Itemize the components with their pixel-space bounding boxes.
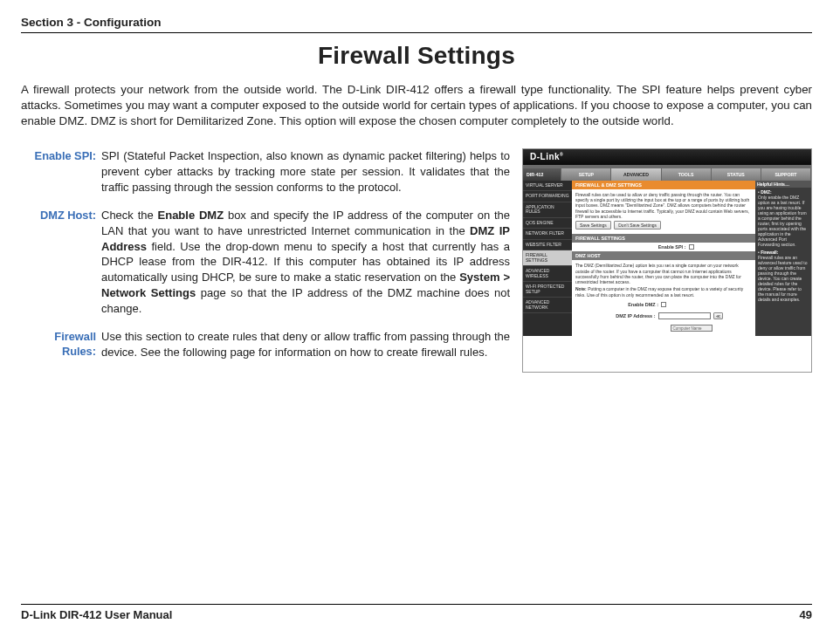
def-enable-spi: Enable SPI: SPI (Stateful Packet Inspect… xyxy=(21,148,510,195)
def-label-spi: Enable SPI: xyxy=(21,148,101,195)
def-body-spi: SPI (Stateful Packet Inspection, also kn… xyxy=(101,148,510,195)
def-label-dmz: DMZ Host: xyxy=(21,208,101,318)
tab-setup[interactable]: SETUP xyxy=(561,168,611,181)
panel-head-dmz-host: DMZ HOST xyxy=(572,251,755,260)
router-top-bar: D-Link® xyxy=(523,149,811,165)
copy-ip-button[interactable]: ≪ xyxy=(713,312,723,319)
side-port-forwarding[interactable]: PORT FORWARDING xyxy=(523,191,572,202)
header-bar: Section 3 - Configuration xyxy=(21,16,812,33)
footer-page-number: 49 xyxy=(800,608,812,621)
dont-save-button[interactable]: Don't Save Settings xyxy=(614,221,661,230)
dlink-logo: D-Link® xyxy=(530,152,563,161)
tab-status[interactable]: STATUS xyxy=(712,168,761,181)
label-dmz-ip: DMZ IP Address : xyxy=(603,313,656,319)
tab-tools[interactable]: TOOLS xyxy=(662,168,712,181)
def-body-dmz: Check the Enable DMZ box and specify the… xyxy=(101,208,510,318)
page-footer: D-Link DIR-412 User Manual 49 xyxy=(21,604,812,621)
side-advanced-network[interactable]: ADVANCED NETWORK xyxy=(523,298,572,313)
panel3-text: The DMZ (Demilitarized Zone) option lets… xyxy=(575,263,752,284)
dmz-b1: Enable DMZ xyxy=(158,209,224,222)
row-enable-dmz: Enable DMZ : xyxy=(572,300,755,309)
panel3-note: Note: Putting a computer in the DMZ may … xyxy=(575,286,752,298)
checkbox-enable-dmz[interactable] xyxy=(661,302,666,307)
panel-body-firewall-dmz: Firewall rules can be used to allow or d… xyxy=(572,189,755,235)
side-virtual-server[interactable]: VIRTUAL SERVER xyxy=(523,181,572,192)
panel-head-firewall-settings: FIREWALL SETTINGS xyxy=(572,234,755,243)
router-screenshot: D-Link® DIR-412 SETUP ADVANCED TOOLS STA… xyxy=(522,148,812,373)
def-label-rules: Firewall Rules: xyxy=(21,329,101,360)
side-wifi-protected[interactable]: WI-FI PROTECTED SETUP xyxy=(523,282,572,298)
panel-head-firewall-dmz: FIREWALL & DMZ SETTINGS xyxy=(572,181,755,189)
page-title: Firewall Settings xyxy=(21,42,812,70)
hint-firewall: • Firewall:Firewall rules are an advance… xyxy=(758,250,809,302)
row-enable-spi: Enable SPI : xyxy=(572,243,755,251)
router-sidebar: VIRTUAL SERVER PORT FORWARDING APPLICATI… xyxy=(523,181,572,336)
router-body: VIRTUAL SERVER PORT FORWARDING APPLICATI… xyxy=(523,181,811,336)
dmz-t1: Check the xyxy=(101,209,158,222)
dmz-t3: field. Use the drop-down menu to specify… xyxy=(101,240,510,284)
label-enable-spi: Enable SPI : xyxy=(634,244,686,250)
def-dmz-host: DMZ Host: Check the Enable DMZ box and s… xyxy=(21,208,510,318)
router-hints: Helpful Hints… • DMZ:Only enable the DMZ… xyxy=(755,181,811,336)
side-application-rules[interactable]: APPLICATION RULES xyxy=(523,202,572,218)
section-label: Section 3 - Configuration xyxy=(21,16,812,29)
definitions-column: Enable SPI: SPI (Stateful Packet Inspect… xyxy=(21,148,510,373)
hint-dmz: • DMZ:Only enable the DMZ option as a la… xyxy=(758,189,809,247)
tab-advanced[interactable]: ADVANCED xyxy=(611,168,661,181)
panel1-text: Firewall rules can be used to allow or d… xyxy=(575,192,752,219)
note-label: Note: xyxy=(575,286,587,291)
tab-support[interactable]: SUPPORT xyxy=(761,168,811,181)
intro-paragraph: A firewall protects your network from th… xyxy=(21,82,812,129)
main-content-row: Enable SPI: SPI (Stateful Packet Inspect… xyxy=(21,148,812,373)
row-dmz-host-select: Computer Name xyxy=(572,323,755,336)
input-dmz-ip[interactable] xyxy=(658,312,711,319)
side-qos-engine[interactable]: QOS ENGINE xyxy=(523,218,572,230)
def-firewall-rules: Firewall Rules: Use this section to crea… xyxy=(21,329,510,360)
footer-manual-name: D-Link DIR-412 User Manual xyxy=(21,608,172,621)
router-tabs: DIR-412 SETUP ADVANCED TOOLS STATUS SUPP… xyxy=(523,168,811,181)
checkbox-enable-spi[interactable] xyxy=(689,244,694,250)
side-advanced-wireless[interactable]: ADVANCED WIRELESS xyxy=(523,266,572,282)
save-settings-button[interactable]: Save Settings xyxy=(575,221,611,230)
side-website-filter[interactable]: WEBSITE FILTER xyxy=(523,240,572,251)
select-computer-name[interactable]: Computer Name xyxy=(671,325,713,332)
panel-body-dmz-host: The DMZ (Demilitarized Zone) option lets… xyxy=(572,260,755,300)
router-model-tab: DIR-412 xyxy=(523,168,561,181)
hints-title: Helpful Hints… xyxy=(755,181,811,188)
label-enable-dmz: Enable DMZ : xyxy=(606,302,658,307)
row-dmz-ip: DMZ IP Address : ≪ xyxy=(572,309,755,323)
note-text: Putting a computer in the DMZ may expose… xyxy=(575,286,743,297)
side-firewall-settings[interactable]: FIREWALL SETTINGS xyxy=(523,250,572,266)
def-body-rules: Use this section to create rules that de… xyxy=(101,329,510,360)
side-network-filter[interactable]: NETWORK FILTER xyxy=(523,229,572,240)
router-center: FIREWALL & DMZ SETTINGS Firewall rules c… xyxy=(572,181,755,336)
